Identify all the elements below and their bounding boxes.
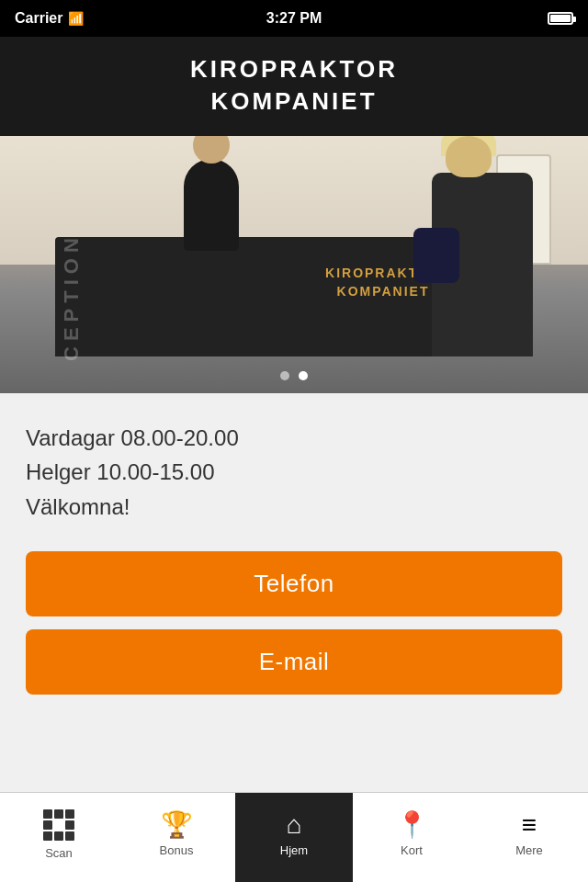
customer-bag: [413, 228, 459, 283]
dot-1[interactable]: [280, 371, 289, 380]
status-left: Carrier 📶: [15, 10, 84, 27]
main-content: Vardagar 08.00-20.00 Helger 10.00-15.00 …: [0, 393, 588, 726]
wifi-icon: 📶: [68, 11, 84, 26]
scan-icon: [43, 809, 74, 841]
battery-icon: [548, 12, 573, 25]
staff-person: [184, 159, 239, 251]
tab-kort[interactable]: 📍 Kort: [353, 793, 470, 882]
tab-scan[interactable]: Scan: [0, 793, 118, 882]
desk-label-text: CEPTION: [55, 237, 87, 356]
menu-icon: ≡: [522, 812, 537, 838]
tab-bar: Scan 🏆 Bonus ⌂ Hjem 📍 Kort ≡ Mere: [0, 792, 588, 882]
hero-image: CEPTION KIROPRAKTORKOMPANIET: [0, 136, 588, 393]
tab-hjem[interactable]: ⌂ Hjem: [235, 793, 353, 882]
hero-background: CEPTION KIROPRAKTORKOMPANIET: [0, 136, 588, 393]
status-bar: Carrier 📶 3:27 PM: [0, 0, 588, 37]
app-title: KIROPRAKTOR KOMPANIET: [18, 53, 570, 118]
carrier-label: Carrier: [15, 10, 62, 27]
tab-bonus-label: Bonus: [160, 843, 194, 857]
tab-bonus[interactable]: 🏆 Bonus: [118, 793, 235, 882]
customer-head: [446, 136, 492, 177]
bonus-icon: 🏆: [161, 812, 193, 838]
tab-hjem-label: Hjem: [280, 843, 308, 857]
tab-mere[interactable]: ≡ Mere: [470, 793, 588, 882]
dot-2[interactable]: [299, 371, 308, 380]
tab-mere-label: Mere: [515, 843, 543, 857]
customer-person: [432, 173, 533, 356]
email-button[interactable]: E-mail: [26, 629, 562, 695]
tab-kort-label: Kort: [401, 843, 423, 857]
time-label: 3:27 PM: [266, 10, 322, 27]
telefon-button[interactable]: Telefon: [26, 551, 562, 616]
hours-text: Vardagar 08.00-20.00 Helger 10.00-15.00 …: [26, 421, 562, 524]
home-icon: ⌂: [287, 812, 302, 838]
carousel-dots: [280, 371, 308, 380]
tab-scan-label: Scan: [45, 846, 73, 860]
map-icon: 📍: [396, 812, 428, 838]
app-header: KIROPRAKTOR KOMPANIET: [0, 37, 588, 136]
